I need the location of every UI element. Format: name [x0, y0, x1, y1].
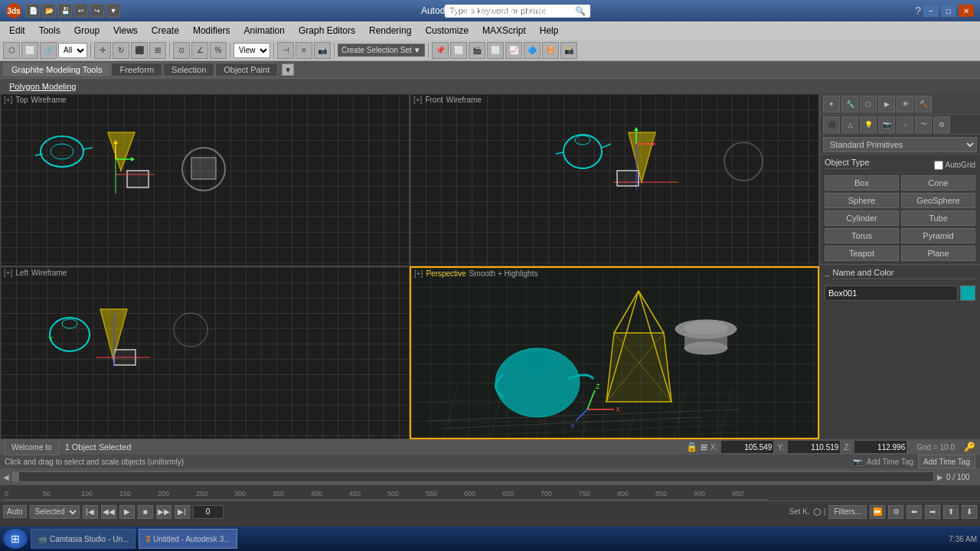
open-file-icon[interactable]: 📂 — [42, 4, 56, 18]
box-button[interactable]: Box — [825, 175, 899, 191]
sub-tab-polygon-modeling[interactable]: Polygon Modeling — [5, 82, 80, 91]
create-selection-dropdown-icon[interactable]: ▼ — [413, 46, 421, 54]
angle-snap-icon[interactable]: ∠ — [191, 42, 208, 59]
tab-object-paint[interactable]: Object Paint — [215, 63, 278, 77]
autogrid-checkbox[interactable] — [934, 161, 943, 170]
curve-editor-icon[interactable]: 📈 — [505, 42, 522, 59]
spacewarps-icon[interactable]: 〜 — [915, 116, 932, 133]
restore-button[interactable]: □ — [941, 5, 956, 17]
material-editor-icon[interactable]: ⬜ — [487, 42, 504, 59]
help-icon[interactable]: ? — [915, 5, 921, 17]
selection-filter-dropdown[interactable]: All — [58, 43, 87, 58]
menu-maxscript[interactable]: MAXScript — [476, 24, 532, 37]
timeline-scroll-left[interactable]: ◀ — [3, 473, 9, 481]
menu-customize[interactable]: Customize — [419, 24, 475, 37]
playback-extra-2[interactable]: ➡ — [925, 505, 940, 519]
align-icon[interactable]: ≡ — [296, 42, 312, 59]
display-panel-icon[interactable]: 👁 — [897, 96, 913, 112]
y-coord-input[interactable] — [787, 440, 841, 454]
taskbar-3dsmax[interactable]: 3 Untitled - Autodesk 3... — [139, 529, 237, 549]
selection-filter-icon[interactable]: ⬡ — [3, 42, 20, 59]
cylinder-button[interactable]: Cylinder — [825, 210, 899, 226]
percent-snap-icon[interactable]: % — [210, 42, 227, 59]
render-icon[interactable]: 🎬 — [469, 42, 485, 59]
viewport-left[interactable]: [+] Left Wireframe Y — [0, 266, 410, 439]
go-to-start-button[interactable]: |◀ — [83, 505, 98, 519]
welcome-tab[interactable]: Welcome to — [5, 439, 59, 455]
play-button[interactable]: ▶ — [119, 505, 135, 519]
named-selection-icon[interactable]: 📌 — [432, 42, 449, 59]
tube-button[interactable]: Tube — [901, 210, 975, 226]
undo-icon[interactable]: ↩ — [74, 4, 88, 18]
standard-primitives-dropdown[interactable]: Standard Primitives — [823, 137, 977, 152]
dropdown-arrow-icon[interactable]: ▼ — [106, 4, 120, 18]
selected-dropdown[interactable]: Selected — [30, 505, 80, 519]
create-panel-icon[interactable]: ✦ — [823, 96, 840, 112]
playback-extra-4[interactable]: ⬇ — [962, 505, 977, 519]
systems-icon[interactable]: ⚙ — [933, 116, 950, 133]
viewport-front[interactable]: [+] Front Wireframe — [410, 93, 819, 266]
menu-create[interactable]: Create — [145, 24, 185, 37]
playback-extra-1[interactable]: ⬅ — [906, 505, 922, 519]
align-camera-icon[interactable]: 📷 — [314, 42, 331, 59]
frame-input[interactable] — [193, 505, 224, 519]
torus-button[interactable]: Torus — [825, 228, 899, 243]
lights-icon[interactable]: 💡 — [860, 116, 877, 133]
toolbar-options-icon[interactable]: ▼ — [282, 64, 294, 76]
close-button[interactable]: ✕ — [959, 5, 974, 17]
motion-panel-icon[interactable]: ▶ — [878, 96, 895, 112]
tab-freeform[interactable]: Freeform — [111, 63, 162, 77]
playback-settings-icon[interactable]: ⏩ — [870, 505, 885, 519]
layer-manager-icon[interactable]: ⬜ — [450, 42, 467, 59]
reference-coord-icon[interactable]: ⊞ — [149, 42, 166, 59]
geometry-icon[interactable]: ⬛ — [823, 116, 840, 133]
menu-graph-editors[interactable]: Graph Editors — [292, 24, 361, 37]
add-time-tag-button[interactable]: Add Time Tag — [918, 455, 975, 468]
snap-toggle-icon[interactable]: ⊙ — [173, 42, 190, 59]
viewport-perspective[interactable]: [+] Perspective Smooth + Highlights — [410, 266, 819, 439]
tab-selection[interactable]: Selection — [163, 63, 214, 77]
start-button[interactable]: ⊞ — [3, 529, 28, 549]
timeline-track[interactable] — [12, 471, 934, 482]
viewport-top[interactable]: [+] Top Wireframe — [0, 93, 410, 266]
schematic-view-icon[interactable]: 🔷 — [524, 42, 541, 59]
lock-icon[interactable]: 🔒 — [686, 442, 697, 452]
x-coord-input[interactable] — [720, 440, 774, 454]
pyramid-button[interactable]: Pyramid — [901, 228, 975, 243]
menu-rendering[interactable]: Rendering — [363, 24, 417, 37]
key-icon[interactable]: 🔑 — [964, 442, 975, 452]
utilities-panel-icon[interactable]: 🔨 — [915, 96, 932, 112]
teapot-button[interactable]: Teapot — [825, 246, 899, 261]
sphere-button[interactable]: Sphere — [825, 193, 899, 208]
playback-options-icon[interactable]: ⚙ — [888, 505, 903, 519]
object-name-input[interactable] — [825, 285, 958, 301]
auto-key-button[interactable]: Auto — [3, 505, 27, 518]
set-key-icon[interactable]: ⬡ — [813, 507, 821, 517]
select-and-move-icon[interactable]: ✛ — [94, 42, 111, 59]
helpers-icon[interactable]: ⬦ — [897, 116, 913, 133]
redo-icon[interactable]: ↪ — [90, 4, 104, 18]
minus-collapse-icon[interactable]: − — [825, 271, 829, 280]
plane-button[interactable]: Plane — [901, 246, 975, 261]
playback-extra-3[interactable]: ⬆ — [943, 505, 959, 519]
menu-tools[interactable]: Tools — [33, 24, 67, 37]
go-to-end-button[interactable]: ▶| — [175, 505, 190, 519]
select-and-scale-icon[interactable]: ⬛ — [131, 42, 148, 59]
color-swatch[interactable] — [960, 285, 975, 301]
next-frame-button[interactable]: ▶▶ — [156, 505, 172, 519]
select-and-rotate-icon[interactable]: ↻ — [113, 42, 129, 59]
link-icon[interactable]: 🔗 — [40, 42, 57, 59]
menu-group[interactable]: Group — [68, 24, 106, 37]
menu-modifiers[interactable]: Modifiers — [187, 24, 237, 37]
stop-button[interactable]: ■ — [138, 505, 153, 519]
capture-icon[interactable]: 📸 — [560, 42, 577, 59]
mirror-icon[interactable]: ⊣ — [277, 42, 294, 59]
new-file-icon[interactable]: 📄 — [26, 4, 40, 18]
menu-animation[interactable]: Animation — [238, 24, 291, 37]
view-dropdown[interactable]: View — [234, 43, 270, 58]
menu-help[interactable]: Help — [534, 24, 565, 37]
tab-graphite-modeling-tools[interactable]: Graphite Modeling Tools — [3, 63, 110, 77]
hierarchy-panel-icon[interactable]: ⬡ — [860, 96, 877, 112]
prev-frame-button[interactable]: ◀◀ — [101, 505, 116, 519]
minimize-button[interactable]: − — [923, 5, 939, 17]
